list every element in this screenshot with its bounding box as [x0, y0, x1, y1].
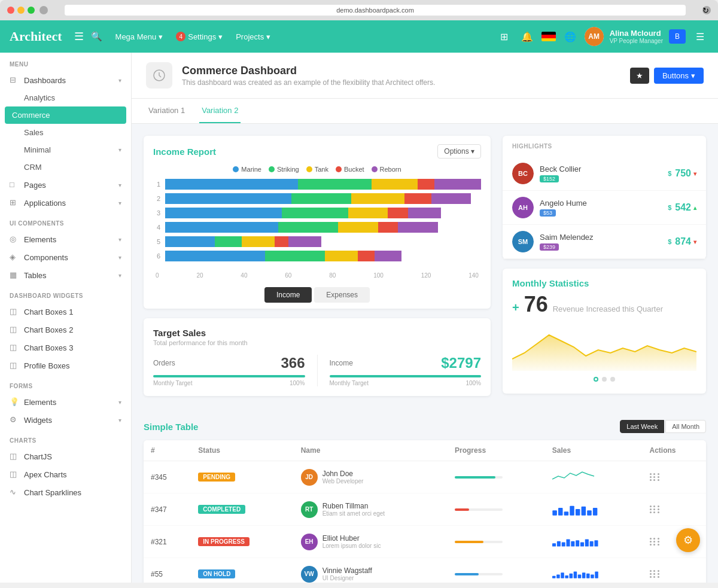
buttons-button[interactable]: Buttons ▾	[654, 68, 704, 84]
target-sales-card: Target Sales Total performance for this …	[144, 318, 491, 396]
bell-icon[interactable]: 🔔	[519, 28, 536, 45]
legend-dot-bucket	[336, 166, 342, 172]
highlight-info-2: Angelo Hume $53	[540, 199, 662, 217]
toggle-income-button[interactable]: Income	[264, 287, 312, 303]
bar-segment	[242, 236, 275, 247]
content-right: HIGHLIGHTS BC Beck Collier $152	[503, 136, 706, 396]
table-title: Simple Table	[144, 422, 198, 432]
carousel-dot-2[interactable]	[602, 377, 607, 382]
sidebar-item-forms-elements[interactable]: 💡 Elements ▾	[0, 393, 131, 411]
sidebar-item-chartjs[interactable]: ◫ ChartJS	[0, 447, 131, 465]
settings-menu-item[interactable]: 4 Settings ▾	[170, 28, 229, 45]
bar-label: 3	[153, 209, 160, 217]
sidebar-item-chart-boxes-3[interactable]: ◫ Chart Boxes 3	[0, 339, 131, 357]
income-bar-fill	[330, 375, 482, 377]
browser-refresh-icon[interactable]: ↻	[702, 6, 711, 14]
projects-menu-item[interactable]: Projects ▾	[230, 29, 276, 45]
metric-divider	[317, 355, 318, 386]
action-dot	[653, 479, 655, 481]
sidebar-item-pages[interactable]: □ Pages ▾	[0, 176, 131, 194]
sidebar-item-apex-charts[interactable]: ◫ Apex Charts	[0, 465, 131, 483]
sidebar-item-components[interactable]: ◈ Components ▾	[0, 248, 131, 266]
cell-id: #321	[144, 526, 191, 558]
sidebar-item-chart-boxes-2[interactable]: ◫ Chart Boxes 2	[0, 321, 131, 339]
monthly-number-value: 76	[524, 292, 548, 317]
options-button[interactable]: Options ▾	[437, 144, 481, 159]
bar-container	[165, 179, 481, 190]
action-dot	[658, 541, 659, 543]
sidebar-item-profile-boxes[interactable]: ◫ Profile Boxes	[0, 357, 131, 374]
commerce-label: Commerce	[12, 111, 50, 120]
bar-label: 5	[153, 238, 160, 245]
sidebar-item-commerce[interactable]: Commerce	[5, 106, 126, 124]
grid-icon[interactable]: ⊞	[496, 28, 513, 45]
person-name: Ruben Tillman	[323, 502, 385, 510]
bar-container	[165, 193, 481, 204]
col-status: Status	[191, 440, 293, 461]
person-name: Elliot Huber	[323, 534, 381, 543]
sidebar-item-widgets[interactable]: ⚙ Widgets ▾	[0, 411, 131, 429]
browser-url[interactable]: demo.dashboardpack.com	[65, 5, 686, 16]
sidebar-item-sales[interactable]: Sales	[0, 124, 131, 141]
action-dot	[658, 508, 659, 510]
sidebar-item-tables[interactable]: ▦ Tables ▾	[0, 266, 131, 284]
forms-elements-chevron: ▾	[118, 399, 121, 406]
tab-variation2[interactable]: Variation 2	[199, 99, 241, 123]
income-value: $2797	[441, 355, 481, 371]
sidebar-item-applications[interactable]: ⊞ Applications ▾	[0, 194, 131, 212]
cell-status: ON HOLD	[191, 558, 293, 583]
globe-icon[interactable]: 🌐	[562, 28, 579, 45]
sidebar-item-chart-sparklines[interactable]: ∿ Chart Sparklines	[0, 483, 131, 501]
dot-yellow	[17, 7, 25, 14]
mega-menu-item[interactable]: Mega Menu ▾	[109, 29, 169, 45]
hamburger-right-icon[interactable]: ☰	[692, 28, 708, 45]
page-header-icon	[146, 62, 172, 89]
status-badge: PENDING	[198, 473, 235, 482]
mini-bar-chart	[552, 564, 600, 582]
income-report-title: Income Report	[153, 147, 216, 157]
chart-legend: Marine Striking Tank	[144, 163, 491, 179]
filter-all-month[interactable]: All Month	[665, 420, 706, 433]
filter-last-week[interactable]: Last Week	[620, 420, 664, 433]
sidebar-item-chart-boxes-1[interactable]: ◫ Chart Boxes 1	[0, 303, 131, 321]
flag-icon[interactable]	[541, 32, 556, 41]
carousel-dot-3[interactable]	[610, 377, 615, 382]
navbar-button[interactable]: B	[669, 29, 686, 44]
action-dot	[653, 476, 655, 478]
progress-fill	[455, 508, 469, 511]
table-row: #345PENDING JD John Doe Web Developer	[144, 461, 706, 493]
toggle-expenses-button[interactable]: Expenses	[314, 287, 370, 303]
sidebar-item-minimal[interactable]: Minimal ▾	[0, 141, 131, 159]
search-icon[interactable]: 🔍	[91, 31, 102, 42]
table-row: #321IN PROGRESS EH Elliot Huber Lorem ip…	[144, 526, 706, 558]
gear-fab[interactable]: ⚙	[676, 528, 700, 552]
person-cell: RT Ruben Tillman Etiam sit amet orci ege…	[301, 501, 440, 518]
cell-progress	[448, 493, 545, 526]
bar-segment	[358, 251, 375, 261]
content-left: Income Report Options ▾ Marine Striking	[144, 136, 491, 396]
bar-segment	[434, 179, 481, 190]
action-dot	[650, 479, 652, 481]
bar-container	[165, 236, 481, 247]
navbar-right: ⊞ 🔔 🌐 AM Alina Mclourd VP People Manager…	[496, 27, 708, 46]
action-dot	[653, 538, 655, 540]
action-dot	[658, 473, 659, 475]
sidebar-item-analytics[interactable]: Analytics	[0, 89, 131, 106]
star-button[interactable]: ★	[630, 68, 649, 84]
col-id: #	[144, 440, 191, 461]
navbar-hamburger[interactable]: ☰	[74, 30, 84, 43]
avatar[interactable]: AM	[585, 27, 604, 46]
action-grid[interactable]	[650, 538, 661, 546]
cell-actions	[643, 558, 706, 583]
action-grid[interactable]	[650, 570, 661, 578]
sidebar-item-dashboards[interactable]: ⊟ Dashboards ▾	[0, 71, 131, 89]
sidebar-item-elements[interactable]: ◎ Elements ▾	[0, 230, 131, 248]
tab-variation1[interactable]: Variation 1	[146, 99, 187, 123]
carousel-dot-1[interactable]	[594, 377, 598, 382]
legend-label-marine: Marine	[241, 166, 261, 173]
income-report-header: Income Report Options ▾	[144, 136, 491, 163]
action-grid[interactable]	[650, 473, 661, 481]
action-dot	[653, 544, 655, 546]
sidebar-item-crm[interactable]: CRM	[0, 159, 131, 176]
action-grid[interactable]	[650, 505, 661, 513]
